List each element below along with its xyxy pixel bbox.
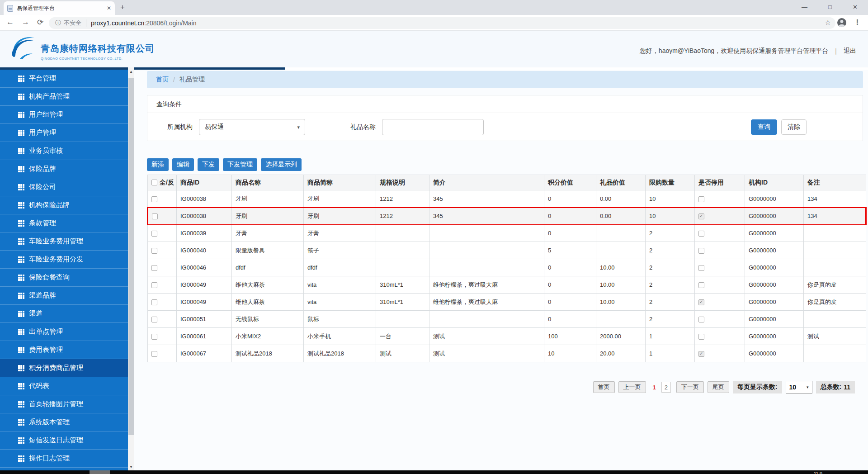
add-button[interactable]: 新添 [147,158,169,171]
row-select-checkbox[interactable] [151,196,157,202]
scroll-down-icon[interactable]: ▼ [128,465,134,469]
sidebar-item[interactable]: 操作日志管理 [0,450,128,468]
disabled-checkbox[interactable] [698,282,704,288]
minimize-icon[interactable]: — [802,4,807,10]
choose-columns-button[interactable]: 选择显示列 [261,158,302,171]
next-page-button[interactable]: 下一页 [676,381,704,393]
forward-icon[interactable]: → [22,18,29,27]
sidebar-item[interactable]: 渠道品牌 [0,287,128,305]
table-row[interactable]: IG000051无线鼠标鼠标02G0000000 [148,311,866,328]
prev-page-button[interactable]: 上一页 [618,381,646,393]
disabled-checkbox[interactable] [698,248,704,254]
cell-points: 0 [544,225,596,242]
sidebar-item[interactable]: 保险套餐查询 [0,269,128,287]
row-select-checkbox[interactable] [151,299,157,305]
page-link[interactable]: 2 [661,382,671,393]
cell-spec: 1212 [376,208,429,225]
sidebar-item[interactable]: 车险业务费用管理 [0,232,128,251]
maximize-icon[interactable]: □ [828,4,832,10]
table-row[interactable]: IG000040限量版餐具筷子52G0000000 [148,242,866,259]
sidebar-item[interactable]: 系统版本管理 [0,413,128,431]
first-page-button[interactable]: 首页 [593,381,615,393]
scrollbar-thumb[interactable] [128,78,134,435]
sidebar-item[interactable]: 业务员审核 [0,142,128,160]
select-all-checkbox[interactable] [151,180,157,185]
sidebar-item-label: 用户组管理 [29,110,63,119]
grid-icon [18,401,24,408]
new-tab-button[interactable]: + [120,3,125,12]
disabled-checkbox[interactable] [698,351,704,357]
back-icon[interactable]: ← [6,18,14,27]
refresh-icon[interactable]: ⟳ [37,18,43,27]
table-row[interactable]: IG000039牙膏牙膏02G0000000 [148,225,866,242]
sidebar-item[interactable]: 出单点管理 [0,323,128,341]
close-icon[interactable]: ✕ [853,4,858,10]
row-select-checkbox[interactable] [151,317,157,322]
sidebar-item[interactable]: 保险公司 [0,178,128,196]
sidebar-item[interactable]: 首页轮播图片管理 [0,395,128,413]
sidebar-item[interactable]: 短信发送日志管理 [0,431,128,450]
cell-intro: 345 [429,208,544,225]
disabled-checkbox[interactable] [698,317,704,322]
bookmark-star-icon[interactable]: ☆ [825,19,831,27]
table-row[interactable]: IG000038牙刷牙刷121234500.0010G0000000134 [148,190,866,208]
cell-note: 你是真的皮 [804,294,866,311]
sidebar-item[interactable]: 用户组管理 [0,106,128,124]
info-icon[interactable]: ⓘ [55,19,61,27]
scroll-up-icon[interactable]: ▲ [128,70,134,74]
sidebar-item[interactable]: 费用表管理 [0,341,128,359]
row-select-checkbox[interactable] [151,231,157,237]
sidebar-item[interactable]: 平台管理 [0,70,128,88]
sidebar-item[interactable]: 用户管理 [0,124,128,142]
per-page-select[interactable]: 10 ▾ [786,381,812,393]
cell-intro [429,311,544,328]
cell-note: 你是真的皮 [804,276,866,294]
disabled-checkbox[interactable] [698,265,704,271]
search-button[interactable]: 查询 [751,119,777,135]
row-select-checkbox[interactable] [152,213,158,219]
browser-tab[interactable]: 易保通管理平台 ✕ [4,1,115,15]
row-select-checkbox[interactable] [151,334,157,340]
sidebar-item[interactable]: 车险业务费用分发 [0,251,128,269]
sidebar-item[interactable]: 保险品牌 [0,160,128,178]
table-row[interactable]: IG000038牙刷牙刷121234500.0010G0000000134 [148,208,866,225]
table-row[interactable]: IG000067测试礼品2018测试礼品2018测试测试1020.001G000… [148,345,866,362]
sidebar-item[interactable]: 积分消费商品管理 [0,359,128,377]
page-current[interactable]: 1 [651,384,657,391]
breadcrumb-home-link[interactable]: 首页 [156,76,169,84]
org-select[interactable]: 易保通 ▾ [199,119,305,135]
profile-avatar[interactable] [837,18,847,29]
sidebar-item[interactable]: 代码表 [0,377,128,395]
tab-close-icon[interactable]: ✕ [107,5,111,11]
disabled-checkbox[interactable] [698,231,704,237]
clear-button[interactable]: 清除 [781,119,807,135]
sidebar-item[interactable]: 机构产品管理 [0,88,128,106]
table-row[interactable]: IG000049维他大麻茶vita310mL*1维他柠檬茶，爽过吸大麻010.0… [148,294,866,311]
disabled-checkbox[interactable] [698,299,704,305]
sidebar-item[interactable]: 机构保险品牌 [0,196,128,214]
last-page-button[interactable]: 尾页 [708,381,729,393]
dispatch-button[interactable]: 下发 [198,158,219,171]
sidebar-item[interactable]: 条款管理 [0,214,128,232]
dispatch-manage-button[interactable]: 下发管理 [223,158,257,171]
disabled-checkbox[interactable] [698,213,704,219]
row-select-checkbox[interactable] [151,248,157,254]
taskbar-app-button[interactable] [90,470,110,474]
sidebar-item[interactable]: 渠道 [0,305,128,323]
table-row[interactable]: IG000049维他大麻茶vita310mL*1维他柠檬茶，爽过吸大麻010.0… [148,276,866,294]
table-row[interactable]: IG000061小米MIX2小米手机一台测试1002000.001G000000… [148,328,866,345]
cell-points: 0 [544,259,596,276]
disabled-checkbox[interactable] [698,196,704,202]
url-input[interactable]: ⓘ 不安全 proxy1.countnet.cn :20806/Login/Ma… [49,17,835,29]
browser-menu-icon[interactable]: ⋮ [854,18,861,26]
disabled-checkbox[interactable] [698,334,704,340]
row-select-checkbox[interactable] [151,351,157,357]
logout-link[interactable]: 退出 [844,47,856,55]
edit-button[interactable]: 编辑 [172,158,194,171]
gift-name-input[interactable] [382,119,484,135]
row-select-checkbox[interactable] [151,282,157,288]
table-row[interactable]: IG000046dfdfdfdf010.002G0000000 [148,259,866,276]
row-select-checkbox[interactable] [151,265,157,271]
table-header-row: 全/反商品ID商品名称商品简称规格说明简介积分价值礼品价值限购数量是否停用机构I… [148,175,866,190]
sidebar-scrollbar[interactable]: ▲ ▼ [128,67,134,470]
